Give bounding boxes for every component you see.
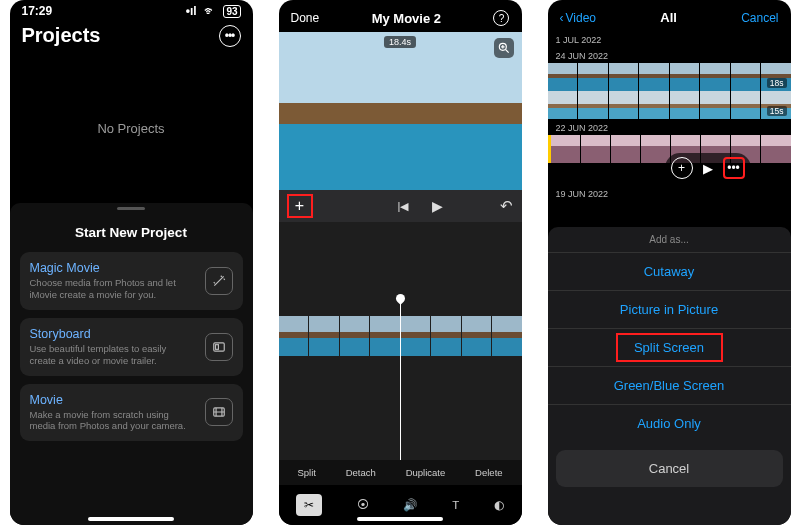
status-bar: 17:29 •ıl ᯤ 93 xyxy=(10,0,253,18)
date-header: 19 JUN 2022 xyxy=(548,185,791,201)
action-detach[interactable]: Detach xyxy=(346,467,376,478)
overlay-more-button[interactable]: ••• xyxy=(723,157,745,179)
sheet-header: Add as... xyxy=(548,227,791,252)
media-strip-selected[interactable]: + ▶ ••• xyxy=(548,135,791,163)
editor-nav: Done My Movie 2 ? xyxy=(279,0,522,32)
chevron-left-icon: ‹ xyxy=(560,11,564,25)
svg-rect-1 xyxy=(215,344,218,349)
film-icon xyxy=(205,398,233,426)
more-icon: ••• xyxy=(225,29,235,43)
help-button[interactable]: ? xyxy=(493,10,509,26)
picker-nav: ‹ Video All Cancel xyxy=(548,0,791,31)
plus-icon: + xyxy=(678,161,685,175)
action-delete[interactable]: Delete xyxy=(475,467,502,478)
add-as-sheet: Add as... Cutaway Picture in Picture Spl… xyxy=(548,227,791,525)
trim-tool[interactable]: ✂ xyxy=(296,494,322,516)
plus-icon: + xyxy=(295,197,304,215)
home-indicator[interactable] xyxy=(88,517,174,521)
phone-projects: 17:29 •ıl ᯤ 93 Projects ••• No Projects … xyxy=(10,0,253,525)
card-storyboard[interactable]: Storyboard Use beautiful templates to ea… xyxy=(20,318,243,376)
media-strip[interactable]: 18s xyxy=(548,63,791,91)
clip-duration: 15s xyxy=(767,106,787,116)
cancel-button[interactable]: Cancel xyxy=(741,11,778,25)
filter-tool[interactable]: ◐ xyxy=(494,498,504,512)
volume-icon: 🔊 xyxy=(403,499,417,511)
status-icons: •ıl ᯤ 93 xyxy=(182,4,241,18)
battery-level: 93 xyxy=(223,5,240,18)
play-button[interactable]: ▶ xyxy=(432,198,443,214)
card-title: Magic Movie xyxy=(30,261,195,275)
option-cutaway[interactable]: Cutaway xyxy=(548,252,791,290)
signal-icon: •ıl xyxy=(186,4,197,18)
phone-media-picker: ‹ Video All Cancel 1 JUL 2022 24 JUN 202… xyxy=(548,0,791,525)
option-picture-in-picture[interactable]: Picture in Picture xyxy=(548,290,791,328)
action-split[interactable]: Split xyxy=(297,467,315,478)
card-title: Movie xyxy=(30,393,195,407)
scissors-icon: ✂ xyxy=(304,498,314,512)
speed-tool[interactable]: ⦿ xyxy=(357,499,369,511)
storyboard-icon xyxy=(205,333,233,361)
date-header: 22 JUN 2022 xyxy=(548,119,791,135)
more-icon: ••• xyxy=(727,161,740,175)
done-button[interactable]: Done xyxy=(291,11,320,25)
picker-title: All xyxy=(660,10,677,25)
more-button[interactable]: ••• xyxy=(219,25,241,47)
wand-icon xyxy=(205,267,233,295)
new-project-sheet: Start New Project Magic Movie Choose med… xyxy=(10,203,253,525)
timeline[interactable] xyxy=(279,222,522,460)
overlay-play-button[interactable]: ▶ xyxy=(703,161,713,176)
help-icon: ? xyxy=(499,13,505,24)
status-time: 17:29 xyxy=(22,4,53,18)
clip-actions: Split Detach Duplicate Delete xyxy=(279,460,522,485)
back-button[interactable]: ‹ Video xyxy=(560,11,596,25)
video-preview[interactable]: 18.4s xyxy=(279,32,522,190)
clip-overlay-controls: + ▶ ••• xyxy=(665,153,751,183)
card-subtitle: Use beautiful templates to easily create… xyxy=(30,343,195,367)
overlay-add-button[interactable]: + xyxy=(671,157,693,179)
card-magic-movie[interactable]: Magic Movie Choose media from Photos and… xyxy=(20,252,243,310)
phone-editor: Done My Movie 2 ? 18.4s + |◀ ▶ ↶ xyxy=(279,0,522,525)
page-title: Projects xyxy=(22,24,101,47)
projects-header: Projects ••• xyxy=(10,18,253,53)
home-indicator[interactable] xyxy=(357,517,443,521)
clip-duration: 18s xyxy=(767,78,787,88)
date-header: 24 JUN 2022 xyxy=(548,47,791,63)
text-tool[interactable]: T xyxy=(452,499,459,511)
sheet-title: Start New Project xyxy=(20,225,243,240)
sheet-cancel-button[interactable]: Cancel xyxy=(556,450,783,487)
playhead[interactable] xyxy=(400,302,401,460)
undo-button[interactable]: ↶ xyxy=(500,197,513,215)
date-header: 1 JUL 2022 xyxy=(548,31,791,47)
empty-state: No Projects xyxy=(10,53,253,203)
option-audio-only[interactable]: Audio Only xyxy=(548,404,791,442)
add-media-button[interactable]: + xyxy=(287,194,313,218)
card-subtitle: Make a movie from scratch using media fr… xyxy=(30,409,195,433)
card-subtitle: Choose media from Photos and let iMovie … xyxy=(30,277,195,301)
speed-icon: ⦿ xyxy=(357,499,369,511)
duration-tag: 18.4s xyxy=(384,36,416,48)
media-strip[interactable]: 15s xyxy=(548,91,791,119)
text-icon: T xyxy=(452,499,459,511)
transport-bar: + |◀ ▶ ↶ xyxy=(279,190,522,222)
sheet-grabber[interactable] xyxy=(117,207,145,210)
movie-title: My Movie 2 xyxy=(372,11,441,26)
option-split-screen[interactable]: Split Screen xyxy=(548,328,791,366)
option-green-blue-screen[interactable]: Green/Blue Screen xyxy=(548,366,791,404)
volume-tool[interactable]: 🔊 xyxy=(403,498,417,512)
wifi-icon: ᯤ xyxy=(204,4,216,18)
action-duplicate[interactable]: Duplicate xyxy=(406,467,446,478)
previous-button[interactable]: |◀ xyxy=(398,200,409,213)
card-movie[interactable]: Movie Make a movie from scratch using me… xyxy=(20,384,243,442)
card-title: Storyboard xyxy=(30,327,195,341)
filter-icon: ◐ xyxy=(494,499,504,511)
zoom-button[interactable] xyxy=(494,38,514,58)
back-label: Video xyxy=(566,11,596,25)
